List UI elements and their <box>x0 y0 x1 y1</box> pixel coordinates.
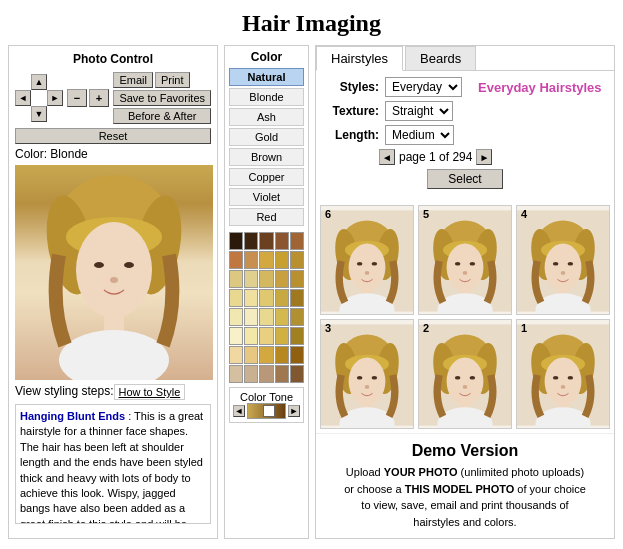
color-swatch[interactable] <box>259 251 273 269</box>
color-swatch[interactable] <box>275 346 289 364</box>
color-swatch[interactable] <box>290 270 304 288</box>
color-swatch[interactable] <box>229 346 243 364</box>
svg-point-49 <box>357 376 363 380</box>
color-swatch[interactable] <box>275 289 289 307</box>
hairstyle-item[interactable]: 4 <box>516 205 610 315</box>
color-swatch[interactable] <box>259 365 273 383</box>
color-swatch[interactable] <box>259 327 273 345</box>
color-swatch[interactable] <box>290 232 304 250</box>
demo-area: Demo Version Upload YOUR PHOTO (unlimite… <box>316 433 614 538</box>
color-swatch[interactable] <box>275 251 289 269</box>
color-swatch[interactable] <box>244 346 258 364</box>
color-swatch[interactable] <box>229 232 243 250</box>
color-swatch[interactable] <box>259 270 273 288</box>
color-swatch[interactable] <box>229 327 243 345</box>
page-prev-button[interactable]: ◄ <box>379 149 395 165</box>
color-swatch[interactable] <box>229 251 243 269</box>
svg-point-40 <box>561 271 566 275</box>
photo-control-toolbar: ▲ ◄ ► ▼ − + Email Print Save to Favorite… <box>15 72 211 124</box>
color-ash-button[interactable]: Ash <box>229 108 304 126</box>
color-swatch[interactable] <box>229 289 243 307</box>
print-button[interactable]: Print <box>155 72 190 88</box>
svg-point-37 <box>545 244 582 292</box>
color-swatch[interactable] <box>244 270 258 288</box>
color-swatch[interactable] <box>229 365 243 383</box>
svg-point-7 <box>110 277 118 283</box>
svg-point-61 <box>470 376 476 380</box>
color-brown-button[interactable]: Brown <box>229 148 304 166</box>
tone-left-arrow[interactable]: ◄ <box>233 405 245 417</box>
color-swatch[interactable] <box>244 327 258 345</box>
how-to-style-link[interactable]: How to Style <box>114 384 186 400</box>
color-swatch[interactable] <box>229 308 243 326</box>
your-photo-label: YOUR PHOTO <box>384 466 458 478</box>
color-swatch[interactable] <box>275 270 289 288</box>
color-swatch[interactable] <box>275 327 289 345</box>
color-swatch[interactable] <box>259 346 273 364</box>
color-copper-button[interactable]: Copper <box>229 168 304 186</box>
hairstyle-item[interactable]: 3 <box>320 319 414 429</box>
tone-right-arrow[interactable]: ► <box>288 405 300 417</box>
color-swatch[interactable] <box>275 365 289 383</box>
hairstyle-number: 2 <box>423 322 429 334</box>
svg-point-18 <box>365 271 370 275</box>
color-swatch[interactable] <box>244 365 258 383</box>
color-swatch[interactable] <box>244 289 258 307</box>
color-swatch[interactable] <box>229 270 243 288</box>
svg-point-51 <box>365 385 370 389</box>
color-gold-button[interactable]: Gold <box>229 128 304 146</box>
color-swatch[interactable] <box>244 308 258 326</box>
tone-handle[interactable] <box>263 405 275 417</box>
before-after-button[interactable]: Before & After <box>113 108 211 124</box>
arrow-down[interactable]: ▼ <box>31 106 47 122</box>
length-select[interactable]: Medium Short Long <box>385 125 454 145</box>
email-button[interactable]: Email <box>113 72 153 88</box>
color-swatch[interactable] <box>290 327 304 345</box>
color-swatch[interactable] <box>290 365 304 383</box>
swatch-row <box>229 308 304 326</box>
svg-point-70 <box>545 358 582 406</box>
color-swatch[interactable] <box>259 308 273 326</box>
arrow-left[interactable]: ◄ <box>15 90 31 106</box>
color-red-button[interactable]: Red <box>229 208 304 226</box>
select-button[interactable]: Select <box>427 169 502 189</box>
color-swatch[interactable] <box>290 289 304 307</box>
svg-point-71 <box>553 376 559 380</box>
arrow-right[interactable]: ► <box>47 90 63 106</box>
hairstyle-item[interactable]: 5 <box>418 205 512 315</box>
color-swatch[interactable] <box>259 289 273 307</box>
color-swatch[interactable] <box>290 308 304 326</box>
page-next-button[interactable]: ► <box>476 149 492 165</box>
svg-point-29 <box>463 271 468 275</box>
zoom-out-button[interactable]: − <box>67 89 87 107</box>
color-swatch[interactable] <box>244 251 258 269</box>
svg-point-16 <box>357 262 363 266</box>
tone-track[interactable] <box>247 403 286 419</box>
arrow-up[interactable]: ▲ <box>31 74 47 90</box>
color-swatch[interactable] <box>244 232 258 250</box>
save-favorites-button[interactable]: Save to Favorites <box>113 90 211 106</box>
action-buttons: Email Print Save to Favorites Before & A… <box>113 72 211 124</box>
tab-beards[interactable]: Beards <box>405 46 476 70</box>
color-swatch[interactable] <box>290 346 304 364</box>
tab-hairstyles[interactable]: Hairstyles <box>316 46 403 71</box>
color-swatch[interactable] <box>275 232 289 250</box>
svg-point-59 <box>447 358 484 406</box>
color-swatch[interactable] <box>290 251 304 269</box>
color-natural-button[interactable]: Natural <box>229 68 304 86</box>
svg-point-17 <box>372 262 378 266</box>
hairstyle-item[interactable]: 6 <box>320 205 414 315</box>
reset-button[interactable]: Reset <box>15 128 211 144</box>
svg-point-6 <box>124 262 134 268</box>
color-violet-button[interactable]: Violet <box>229 188 304 206</box>
hairstyle-item[interactable]: 1 <box>516 319 610 429</box>
color-display: Color: Blonde <box>15 147 211 161</box>
color-blonde-button[interactable]: Blonde <box>229 88 304 106</box>
color-swatches <box>229 232 304 383</box>
styles-select[interactable]: Everyday Formal Casual <box>385 77 462 97</box>
hairstyle-item[interactable]: 2 <box>418 319 512 429</box>
texture-select[interactable]: Straight Wavy Curly <box>385 101 453 121</box>
color-swatch[interactable] <box>275 308 289 326</box>
color-swatch[interactable] <box>259 232 273 250</box>
zoom-in-button[interactable]: + <box>89 89 109 107</box>
